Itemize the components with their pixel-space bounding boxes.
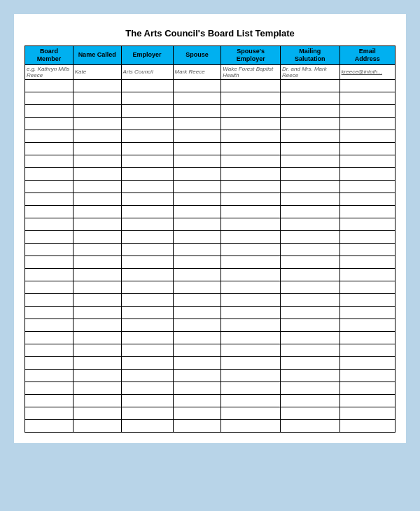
cell-empty	[280, 79, 340, 92]
table-row	[25, 356, 396, 369]
cell-empty	[221, 306, 281, 318]
table-row	[25, 407, 396, 419]
table-row	[25, 255, 396, 268]
cell-empty	[340, 117, 395, 130]
cell-empty	[173, 104, 221, 117]
table-row	[25, 318, 396, 331]
cell-empty	[340, 356, 395, 369]
cell-empty	[73, 255, 121, 268]
col-header-board-member: BoardMember	[25, 46, 74, 65]
cell-empty	[340, 382, 395, 394]
cell-empty	[340, 268, 395, 281]
cell-empty	[280, 407, 340, 419]
cell-empty	[173, 205, 221, 218]
cell-empty	[25, 356, 74, 369]
cell-empty	[25, 79, 74, 92]
cell-empty	[340, 130, 395, 142]
cell-empty	[73, 192, 121, 205]
cell-empty	[73, 331, 121, 344]
cell-empty	[221, 382, 281, 394]
table-row	[25, 180, 396, 192]
col-header-name-called: Name Called	[73, 46, 121, 65]
cell-empty	[73, 394, 121, 407]
cell-empty	[121, 155, 173, 167]
cell-empty	[173, 318, 221, 331]
cell-empty	[221, 192, 281, 205]
cell-empty	[73, 419, 121, 432]
cell-empty	[221, 92, 281, 104]
col-header-mailing-salutation: MailingSalutation	[280, 46, 340, 65]
table-row	[25, 369, 396, 382]
cell-empty	[221, 230, 281, 243]
cell-empty	[340, 192, 395, 205]
cell-empty	[221, 104, 281, 117]
cell-empty	[25, 104, 74, 117]
cell-empty	[73, 356, 121, 369]
cell-empty	[280, 104, 340, 117]
cell-email-address-example[interactable]: kreece@intoth...	[340, 64, 395, 79]
table-row	[25, 92, 396, 104]
cell-empty	[73, 167, 121, 180]
cell-empty	[173, 155, 221, 167]
cell-empty	[73, 79, 121, 92]
cell-empty	[173, 243, 221, 255]
cell-empty	[221, 407, 281, 419]
cell-empty	[221, 130, 281, 142]
cell-empty	[121, 255, 173, 268]
cell-empty	[340, 218, 395, 230]
cell-empty	[73, 205, 121, 218]
cell-empty	[173, 255, 221, 268]
cell-empty	[280, 356, 340, 369]
table-row	[25, 167, 396, 180]
cell-empty	[73, 306, 121, 318]
table-row	[25, 243, 396, 255]
table-row	[25, 104, 396, 117]
col-header-employer: Employer	[121, 46, 173, 65]
cell-empty	[280, 230, 340, 243]
cell-empty	[121, 331, 173, 344]
cell-empty	[121, 318, 173, 331]
cell-mailing-salutation-example: Dr. and Mrs. Mark Reece	[280, 64, 340, 79]
cell-empty	[25, 142, 74, 155]
cell-empty	[280, 318, 340, 331]
cell-empty	[280, 130, 340, 142]
cell-empty	[121, 394, 173, 407]
cell-empty	[73, 92, 121, 104]
cell-empty	[340, 318, 395, 331]
table-row	[25, 155, 396, 167]
cell-empty	[121, 92, 173, 104]
cell-empty	[221, 79, 281, 92]
cell-empty	[340, 344, 395, 356]
cell-empty	[173, 394, 221, 407]
cell-empty	[280, 394, 340, 407]
cell-empty	[173, 230, 221, 243]
cell-empty	[173, 180, 221, 192]
cell-empty	[121, 407, 173, 419]
cell-empty	[73, 155, 121, 167]
board-list-table: BoardMember Name Called Employer Spouse …	[24, 46, 396, 433]
cell-empty	[280, 344, 340, 356]
cell-empty	[25, 205, 74, 218]
cell-empty	[340, 243, 395, 255]
cell-empty	[221, 155, 281, 167]
cell-empty	[221, 318, 281, 331]
cell-empty	[25, 117, 74, 130]
table-row	[25, 394, 396, 407]
cell-empty	[173, 369, 221, 382]
cell-empty	[73, 281, 121, 293]
cell-empty	[121, 369, 173, 382]
cell-empty	[121, 293, 173, 306]
cell-empty	[173, 268, 221, 281]
cell-empty	[121, 268, 173, 281]
cell-empty	[73, 180, 121, 192]
cell-empty	[340, 180, 395, 192]
cell-empty	[221, 281, 281, 293]
cell-empty	[73, 268, 121, 281]
table-row	[25, 142, 396, 155]
table-row	[25, 230, 396, 243]
cell-empty	[173, 382, 221, 394]
cell-empty	[121, 356, 173, 369]
cell-empty	[173, 306, 221, 318]
cell-empty	[121, 243, 173, 255]
cell-empty	[25, 331, 74, 344]
